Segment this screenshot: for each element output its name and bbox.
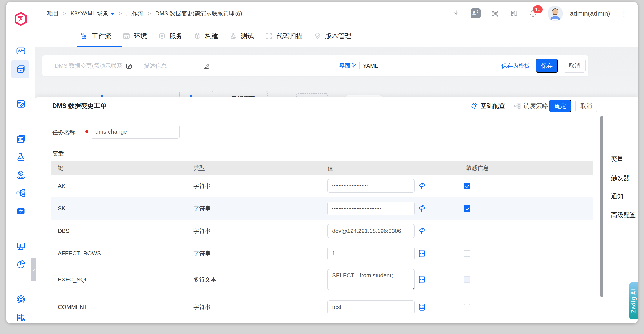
tab-basic-config[interactable]: 基础配置 [471, 102, 505, 110]
edit-description-icon[interactable] [203, 62, 210, 69]
username[interactable]: admin(admin) [570, 10, 610, 17]
variable-value-input[interactable] [328, 300, 414, 314]
zadig-logo-icon[interactable] [14, 12, 28, 26]
variable-value-textarea[interactable]: SELECT * from student; [328, 269, 414, 290]
variable-key: DBS [51, 228, 187, 234]
breadcrumb-separator: > [63, 10, 66, 16]
settings-gear-icon: Z [16, 294, 26, 304]
tab-builds[interactable]: 构建 [194, 32, 218, 41]
sensitive-checkbox[interactable] [464, 228, 470, 234]
tab-workflows[interactable]: 工作流 [80, 32, 112, 41]
variable-value-input[interactable] [328, 179, 414, 193]
sensitive-checkbox[interactable] [464, 205, 470, 212]
form-doc-icon[interactable] [418, 303, 426, 311]
workflow-toolbar: DMS 数据变更(需演示联系 描述信息 界面化 YAML 保存为模板 保存 取消 [42, 55, 588, 76]
sensitive-checkbox[interactable] [464, 182, 470, 189]
task-config-drawer: DMS 数据变更工单 基础配置 调度策略 确定 取消 任务名称 [35, 97, 638, 324]
variable-value-input[interactable] [328, 247, 414, 260]
tab-environments[interactable]: 环境 [122, 32, 147, 41]
anchor-item-variables[interactable]: 变量 [611, 155, 623, 163]
module-tabbar: 工作流 环境 服务 构建 [35, 25, 638, 47]
integrations-icon[interactable] [491, 9, 500, 18]
variable-key: SK [51, 205, 187, 212]
build-icon [194, 32, 202, 40]
workflow-name-input[interactable]: DMS 数据变更(需演示联系 [55, 55, 122, 76]
sidebar: PM [6, 2, 35, 324]
variable-value-input[interactable] [328, 224, 414, 238]
pipeline-tree-icon [16, 188, 26, 198]
confirm-button[interactable]: 确定 [550, 100, 571, 112]
svg-text:PM: PM [18, 69, 22, 72]
sidebar-item-data-screen[interactable] [16, 241, 26, 252]
tab-schedule-policy[interactable]: 调度策略 [514, 102, 548, 110]
drawer-scrollbar[interactable] [600, 116, 603, 297]
col-header-key: 键 [51, 164, 187, 172]
anchor-item-advanced[interactable]: 高级配置 [611, 211, 636, 219]
cancel-button[interactable]: 取消 [564, 59, 586, 72]
variable-key: AK [51, 182, 187, 190]
release-note-icon [16, 99, 26, 109]
sidebar-item-quality[interactable] [16, 152, 26, 162]
sidebar-item-statistics[interactable] [16, 259, 26, 270]
tab-releases[interactable]: 版本管理 [314, 32, 352, 41]
variable-type: 字符串 [187, 182, 321, 190]
sidebar-item-templates[interactable] [16, 134, 26, 144]
bell-icon[interactable]: 10 [528, 9, 538, 18]
sidebar-item-system-config[interactable] [16, 206, 26, 216]
sidebar-expand-handle[interactable]: › [31, 258, 36, 281]
sidebar-item-enterprise[interactable] [16, 312, 26, 322]
app-window: PM [6, 2, 638, 324]
sensitive-checkbox[interactable] [464, 250, 470, 257]
anchor-item-triggers[interactable]: 触发器 [611, 174, 630, 182]
tab-tests[interactable]: 测试 [229, 32, 254, 41]
mode-divider [359, 62, 360, 69]
sensitive-checkbox[interactable] [464, 276, 470, 283]
sidebar-item-delivery[interactable] [16, 170, 26, 180]
avatar[interactable] [548, 6, 563, 21]
sidebar-item-release-note[interactable] [16, 99, 26, 109]
variable-type: 字符串 [187, 303, 321, 311]
edit-name-icon[interactable] [126, 62, 132, 69]
download-icon[interactable] [452, 9, 460, 18]
variable-key: AFFECT_ROWS [51, 250, 187, 257]
tab-services[interactable]: 服务 [158, 32, 183, 41]
docs-icon[interactable] [510, 9, 518, 18]
variable-ref-icon[interactable] [418, 182, 426, 190]
variable-ref-icon[interactable] [418, 204, 426, 212]
chevron-down-icon[interactable] [110, 12, 114, 15]
table-row: DBS 字符串 [51, 220, 592, 242]
more-icon[interactable]: ⋮ [620, 12, 628, 15]
col-header-sensitive: 敏感信息 [459, 164, 592, 172]
translate-icon[interactable]: A文 [470, 8, 481, 18]
breadcrumb-item-projects[interactable]: 项目 [47, 10, 59, 17]
tab-code-scan[interactable]: 代码扫描 [265, 32, 303, 41]
enterprise-check-icon [16, 312, 26, 322]
variable-value-input[interactable] [328, 202, 414, 215]
zadig-ai-tab[interactable]: Zadig AI [630, 282, 638, 319]
sidebar-item-settings[interactable]: Z [16, 294, 26, 304]
mode-toggle-yaml[interactable]: YAML [363, 55, 378, 76]
sidebar-item-pipeline[interactable] [16, 188, 26, 198]
form-doc-icon[interactable] [418, 250, 426, 258]
breadcrumb-item-current-workflow: DMS 数据变更(需演示联系管理员) [156, 10, 242, 17]
drawer-cancel-button[interactable]: 取消 [576, 100, 597, 112]
breadcrumb-item-workflows[interactable]: 工作流 [126, 10, 144, 17]
mode-toggle-ui[interactable]: 界面化 [339, 55, 356, 76]
data-screen-icon [16, 242, 26, 251]
sidebar-item-dashboard[interactable] [16, 46, 26, 56]
release-icon [314, 32, 322, 40]
notification-badge: 10 [533, 6, 543, 14]
sidebar-item-projects[interactable]: PM [16, 64, 26, 74]
table-row: AFFECT_ROWS 字符串 [51, 242, 592, 265]
task-name-input[interactable] [91, 124, 180, 139]
save-as-template-link[interactable]: 保存为模板 [501, 55, 530, 76]
sensitive-checkbox[interactable] [464, 304, 470, 310]
anchor-item-notifications[interactable]: 通知 [611, 192, 623, 200]
form-doc-icon[interactable] [418, 276, 426, 284]
workflow-description-input[interactable]: 描述信息 [144, 55, 167, 76]
variable-ref-icon[interactable] [418, 227, 426, 235]
save-button[interactable]: 保存 [536, 59, 558, 72]
header-actions: A文 10 [452, 2, 628, 25]
environment-icon [122, 32, 130, 40]
breadcrumb-item-project-name[interactable]: K8sYAML 场景 [70, 10, 114, 17]
